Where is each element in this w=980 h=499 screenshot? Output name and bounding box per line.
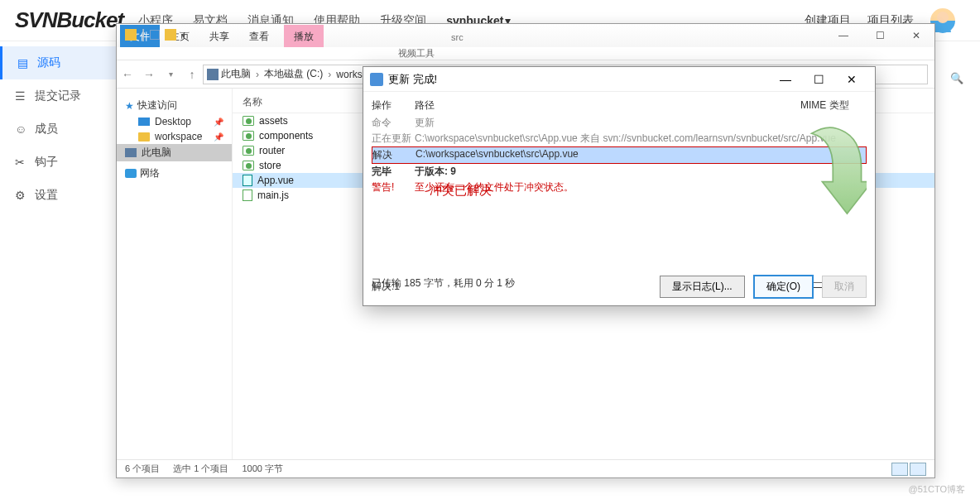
resolved-count: 解决:1 [372,280,400,294]
sidebar-label: 源码 [37,55,60,70]
members-icon: ☺ [15,122,28,136]
crumb-drive[interactable]: 本地磁盘 (C:) [262,67,334,81]
tree-desktop[interactable]: Desktop📌 [117,114,232,129]
tab-view[interactable]: 查看 [239,25,279,47]
sidebar-label: 设置 [35,188,58,203]
nav-back-button[interactable]: ← [117,68,138,81]
download-arrow-icon [792,125,867,224]
folder-icon [243,146,254,156]
settings-icon: ⚙ [15,189,28,202]
watermark: @51CTO博客 [909,483,965,496]
network-icon [125,169,137,178]
pin-icon: 📌 [214,132,223,142]
crumb-thispc[interactable]: 此电脑 [219,67,262,81]
tab-video-tools[interactable]: 视频工具 [398,48,435,58]
pc-icon [125,148,137,157]
close-button[interactable]: ✕ [898,24,934,47]
file-icon [243,175,252,186]
explorer-window-title: src [446,29,468,46]
status-selected: 选中 1 个项目 [173,463,228,475]
tree-workspace[interactable]: workspace📌 [117,129,232,144]
checkbox-icon[interactable]: ✓ [150,30,160,40]
folder-icon [243,131,254,141]
search-icon[interactable]: 🔍 [950,72,963,84]
svn-update-dialog: 更新 完成! — ☐ ✕ 操作 路径 MIME 类型 命令 更新 正在更新 C:… [363,66,876,306]
dialog-title: 更新 完成! [388,72,437,87]
nav-up-button[interactable]: ↑ [181,68,203,81]
tree-network[interactable]: 网络 [117,161,232,182]
sidebar-item-source[interactable]: ▤ 源码 [0,46,116,79]
tortoise-svn-icon [370,73,383,86]
dialog-close-button[interactable]: ✕ [835,68,868,91]
folder-icon [243,116,254,126]
maximize-button[interactable]: ☐ [862,24,898,47]
status-size: 1000 字节 [242,463,283,475]
folder-icon [125,29,137,41]
view-details-button[interactable] [891,463,908,476]
minimize-button[interactable]: — [825,24,862,47]
col-action[interactable]: 操作 [372,98,415,113]
tab-share[interactable]: 共享 [199,25,239,47]
folder-icon [165,29,176,41]
explorer-ribbon: 文件 主页 共享 查看 播放 [117,24,934,47]
qat-divider: | [142,27,145,42]
code-icon: ▤ [17,56,31,70]
dialog-header-row: 操作 路径 MIME 类型 [372,97,867,115]
history-icon: ☰ [15,89,28,103]
view-thumbs-button[interactable] [910,463,926,476]
pc-icon [207,69,219,80]
file-icon [243,190,252,201]
sidebar-item-hooks[interactable]: ✂ 钩子 [0,146,116,179]
cancel-button[interactable]: 取消 [822,276,867,298]
view-toggle [891,463,926,476]
ribbon-sub: 视频工具 [117,47,934,60]
tree-quick-access[interactable]: ★快速访问 [117,94,232,114]
explorer-tree: ★快速访问 Desktop📌 workspace📌 此电脑 网络 [117,89,233,459]
sidebar-item-members[interactable]: ☺ 成员 [0,113,116,146]
status-count: 6 个项目 [125,463,160,475]
nav-forward-button[interactable]: → [138,68,160,81]
qat-overflow-icon[interactable]: ▾ [181,31,185,40]
sidebar-label: 钩子 [35,155,58,170]
nav-recent-icon[interactable]: ▾ [160,70,181,79]
sidebar-label: 成员 [35,122,58,137]
dialog-maximize-button[interactable]: ☐ [802,68,835,91]
tree-thispc[interactable]: 此电脑 [117,144,232,161]
sidebar: ▤ 源码 ☰ 提交记录 ☺ 成员 ✂ 钩子 ⚙ 设置 [0,41,116,499]
explorer-status-bar: 6 个项目 选中 1 个项目 1000 字节 [117,459,934,477]
star-icon: ★ [125,100,134,112]
folder-icon [138,132,150,142]
show-log-button[interactable]: 显示日志(L)... [660,276,745,298]
col-path[interactable]: 路径 [415,98,800,113]
desktop-icon [138,118,150,126]
tab-play[interactable]: 播放 [284,25,324,47]
sidebar-item-settings[interactable]: ⚙ 设置 [0,179,116,212]
sidebar-item-commits[interactable]: ☰ 提交记录 [0,79,116,113]
dialog-titlebar: 更新 完成! — ☐ ✕ [363,67,875,92]
pin-icon: 📌 [214,118,223,127]
explorer-qat: | ✓ ▾ [120,27,190,42]
annotation-text: 冲突已解决 [430,183,492,199]
sidebar-label: 提交记录 [35,89,81,103]
ok-button[interactable]: 确定(O) [753,275,814,299]
col-mime[interactable]: MIME 类型 [800,98,867,113]
hook-icon: ✂ [15,156,28,169]
folder-icon [243,161,254,170]
dialog-minimize-button[interactable]: — [769,68,802,91]
window-controls: — ☐ ✕ [825,24,934,47]
